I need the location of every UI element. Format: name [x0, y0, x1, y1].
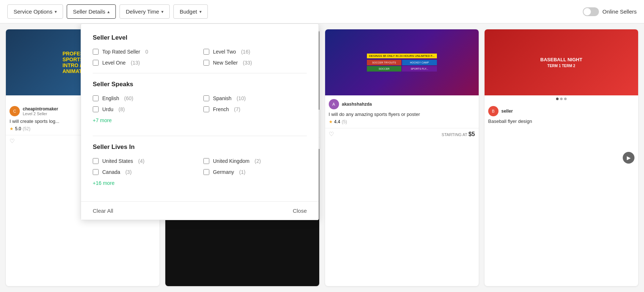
spanish-count: (10)	[235, 95, 246, 101]
french-count: (7)	[233, 106, 240, 112]
divider-2	[93, 136, 307, 136]
card-dots	[485, 95, 638, 102]
play-button[interactable]: ▶	[623, 152, 634, 164]
top-rated-count: 0	[144, 49, 148, 55]
star-icon: ★	[10, 126, 14, 131]
top-rated-checkbox[interactable]	[93, 49, 99, 55]
level-two-label: Level Two	[213, 49, 236, 55]
chevron-down-icon-2: ▾	[161, 9, 163, 14]
french-label: French	[213, 106, 229, 112]
card-seller: B seller	[488, 106, 634, 116]
united-kingdom-count: (2)	[253, 158, 261, 164]
germany-label: Germany	[213, 169, 234, 175]
french-option[interactable]: French (7)	[203, 106, 307, 112]
chevron-down-icon-3: ▾	[199, 9, 202, 14]
dropdown-scroll[interactable]: Seller Level Top Rated Seller 0 Level Tw…	[81, 24, 319, 201]
table-row[interactable]: BASEBALL NIGHT TERM 1 TERM 2 ▶ B seller …	[485, 29, 638, 286]
level-two-option[interactable]: Level Two (16)	[203, 49, 307, 55]
seller-name: akashshahzda	[342, 102, 372, 107]
budget-button[interactable]: Budget ▾	[173, 4, 208, 19]
seller-lives-in-section: Seller Lives In United States (4) United…	[93, 143, 307, 191]
english-option[interactable]: English (60)	[93, 95, 196, 101]
seller-speaks-section: Seller Speaks English (60) Spanish (10)	[93, 81, 307, 128]
united-kingdom-option[interactable]: United Kingdom (2)	[203, 158, 307, 164]
united-states-count: (4)	[137, 158, 144, 164]
online-sellers-toggle: Online Sellers	[583, 7, 637, 16]
card-image: DESINGS $5 ONLY IN 24 HOURS UNLIMTED F..…	[325, 29, 479, 95]
new-seller-option[interactable]: New Seller (33)	[203, 60, 307, 66]
french-checkbox[interactable]	[203, 106, 209, 112]
divider-1	[93, 73, 307, 73]
new-seller-count: (33)	[242, 60, 252, 66]
level-one-label: Level One	[102, 60, 126, 66]
urdu-checkbox[interactable]	[93, 106, 99, 112]
united-states-option[interactable]: United States (4)	[93, 158, 196, 164]
review-count: (52)	[23, 126, 30, 131]
table-row[interactable]: DESINGS $5 ONLY IN 24 HOURS UNLIMTED F..…	[325, 29, 479, 286]
close-button[interactable]: Close	[293, 208, 307, 214]
seller-info: akashshahzda	[342, 102, 372, 107]
avatar: B	[488, 106, 498, 116]
clear-all-button[interactable]: Clear All	[93, 208, 113, 214]
delivery-time-label: Delivery Time	[126, 8, 159, 15]
price-section: STARTING AT $5	[442, 131, 475, 138]
top-rated-label: Top Rated Seller	[102, 49, 140, 55]
filter-bar: Service Options ▾ Seller Details ▴ Deliv…	[0, 0, 644, 23]
germany-checkbox[interactable]	[203, 169, 209, 175]
united-kingdom-checkbox[interactable]	[203, 158, 209, 164]
seller-lives-in-show-more[interactable]: +16 more	[93, 178, 115, 188]
star-icon: ★	[329, 119, 333, 124]
seller-speaks-options: English (60) Spanish (10) Urdu (8)	[93, 95, 307, 112]
germany-option[interactable]: Germany (1)	[203, 169, 307, 175]
seller-info: cheapintromaker Level 2 Seller	[23, 106, 58, 116]
seller-level: Level 2 Seller	[23, 112, 58, 116]
new-seller-checkbox[interactable]	[203, 60, 209, 66]
spanish-checkbox[interactable]	[203, 95, 209, 101]
favorite-button[interactable]: ♡	[10, 138, 15, 145]
english-checkbox[interactable]	[93, 95, 99, 101]
seller-level-options: Top Rated Seller 0 Level Two (16) Level …	[93, 49, 307, 66]
seller-level-section: Seller Level Top Rated Seller 0 Level Tw…	[93, 34, 307, 66]
delivery-time-button[interactable]: Delivery Time ▾	[119, 4, 170, 19]
dot-3	[564, 98, 567, 100]
seller-details-label: Seller Details	[73, 8, 105, 15]
chevron-down-icon: ▾	[55, 9, 57, 14]
rating-value: 4.4	[334, 119, 341, 124]
seller-lives-in-options: United States (4) United Kingdom (2) Can…	[93, 158, 307, 175]
service-options-label: Service Options	[14, 8, 52, 15]
urdu-label: Urdu	[102, 106, 113, 112]
level-one-checkbox[interactable]	[93, 60, 99, 66]
united-states-checkbox[interactable]	[93, 158, 99, 164]
card-body: A akashshahzda I will do any amazing spo…	[325, 95, 479, 128]
seller-name: seller	[501, 109, 513, 114]
rating-value: 5.0	[15, 126, 21, 131]
online-sellers-label: Online Sellers	[603, 8, 637, 15]
service-options-button[interactable]: Service Options ▾	[7, 4, 63, 19]
card-footer: ♡ STARTING AT $5	[325, 128, 479, 140]
dot-2	[560, 98, 563, 100]
level-two-checkbox[interactable]	[203, 49, 209, 55]
favorite-button[interactable]: ♡	[329, 131, 334, 138]
card-seller: A akashshahzda	[329, 99, 475, 109]
seller-level-title: Seller Level	[93, 34, 307, 41]
level-one-option[interactable]: Level One (13)	[93, 60, 196, 66]
seller-info: seller	[501, 109, 513, 114]
online-sellers-switch[interactable]	[583, 7, 599, 16]
card-image: BASEBALL NIGHT TERM 1 TERM 2 ▶	[485, 29, 638, 95]
top-rated-option[interactable]: Top Rated Seller 0	[93, 49, 196, 55]
canada-checkbox[interactable]	[93, 169, 99, 175]
germany-count: (1)	[238, 169, 246, 175]
urdu-option[interactable]: Urdu (8)	[93, 106, 196, 112]
level-one-count: (13)	[129, 60, 140, 66]
united-kingdom-label: United Kingdom	[213, 158, 250, 164]
avatar: A	[329, 99, 339, 109]
canada-count: (3)	[124, 169, 132, 175]
seller-speaks-title: Seller Speaks	[93, 81, 307, 88]
spanish-option[interactable]: Spanish (10)	[203, 95, 307, 101]
dot-1	[77, 98, 80, 100]
dropdown-footer: Clear All Close	[81, 201, 319, 220]
level-two-count: (16)	[240, 49, 250, 55]
seller-speaks-show-more[interactable]: +7 more	[93, 115, 112, 125]
seller-details-button[interactable]: Seller Details ▴	[67, 4, 116, 19]
canada-option[interactable]: Canada (3)	[93, 169, 196, 175]
